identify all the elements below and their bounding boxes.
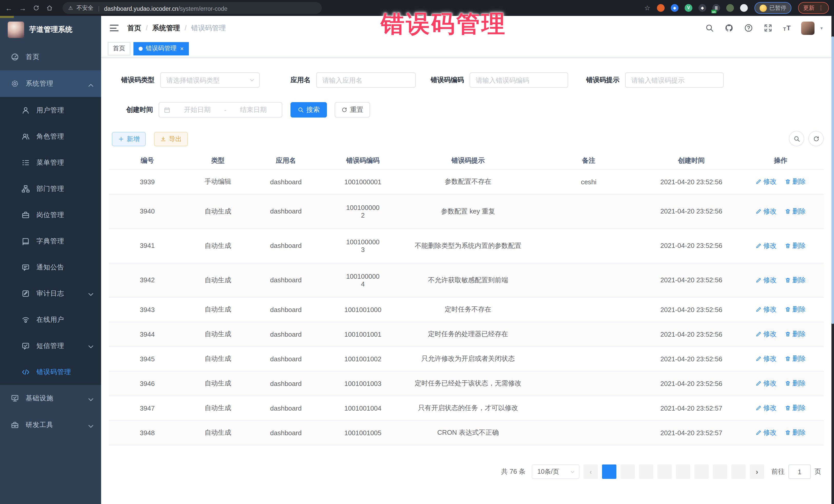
delete-link[interactable]: 删除 (785, 305, 806, 314)
page-button-1[interactable] (602, 464, 616, 479)
tag-home[interactable]: 首页 (108, 42, 130, 55)
home-icon[interactable] (46, 5, 53, 11)
forward-icon[interactable]: → (19, 4, 26, 12)
search-button[interactable]: 搜索 (290, 102, 327, 117)
delete-link[interactable]: 删除 (785, 428, 806, 437)
page-button-4[interactable] (657, 464, 672, 479)
shield-extension-icon[interactable] (657, 4, 665, 12)
address-bar[interactable]: ⚠ 不安全 | dashboard.yudao.iocoder.cn/syste… (63, 2, 322, 14)
edit-link[interactable]: 修改 (755, 428, 776, 437)
goto-page-input[interactable] (788, 464, 811, 479)
breadcrumb-system[interactable]: 系统管理 (152, 23, 180, 32)
kebab-menu-icon[interactable]: ⋮ (818, 5, 824, 11)
edit-link[interactable]: 修改 (755, 403, 776, 413)
edit-link[interactable]: 修改 (755, 379, 776, 388)
cell-code: 100100000 3 (322, 228, 404, 263)
cell-remark (532, 263, 645, 297)
page-button-3[interactable] (639, 464, 653, 479)
browser-update-chip[interactable]: 更新 ⋮ (798, 2, 829, 14)
reset-button[interactable]: 重置 (335, 102, 370, 117)
table-row: 3939 手动编辑 dashboard 1001000001 参数配置不存在 c… (109, 169, 824, 194)
sidebar-item-dev-tools[interactable]: 研发工具 (0, 412, 101, 438)
delete-link[interactable]: 删除 (785, 206, 806, 216)
monkey-extension-icon[interactable] (726, 4, 734, 12)
delete-link[interactable]: 删除 (785, 177, 806, 186)
scrollbar-track[interactable] (831, 16, 834, 504)
edit-link[interactable]: 修改 (755, 177, 776, 186)
github-icon[interactable] (725, 24, 733, 32)
end-date-placeholder: 结束日期 (229, 105, 277, 114)
sidebar-item-system[interactable]: 系统管理 (0, 70, 101, 97)
sidebar-item-notice[interactable]: 通知公告 (0, 254, 101, 280)
scrollbar-thumb[interactable] (831, 37, 834, 324)
sidebar-item-sms-mgmt[interactable]: 短信管理 (0, 333, 101, 359)
collapse-sidebar-icon[interactable] (110, 25, 118, 31)
delete-link[interactable]: 删除 (785, 403, 806, 413)
fullscreen-icon[interactable] (764, 24, 772, 32)
user-avatar[interactable] (802, 21, 815, 35)
tag-error-code[interactable]: 错误码管理 × (133, 42, 189, 55)
browser-profile-chip[interactable]: 已暂停 (754, 2, 791, 14)
cell-type: 自动生成 (186, 228, 250, 263)
close-icon[interactable]: × (180, 45, 184, 51)
edit-link[interactable]: 修改 (755, 354, 776, 364)
error-code-input[interactable] (469, 72, 568, 88)
cell-id: 3945 (109, 346, 186, 371)
delete-link[interactable]: 删除 (785, 241, 806, 250)
delete-link[interactable]: 删除 (785, 379, 806, 388)
cell-time: 2021-04-20 23:52:56 (645, 263, 738, 297)
error-hint-input[interactable] (625, 72, 724, 88)
tiles-extension-icon[interactable]: ◆ (699, 4, 706, 12)
error-type-select[interactable] (160, 72, 260, 88)
back-icon[interactable]: ← (5, 4, 12, 12)
delete-link[interactable]: 删除 (785, 329, 806, 339)
vue-devtools-extension-icon[interactable]: V (685, 4, 692, 12)
more-pages-icon[interactable] (713, 464, 727, 479)
edit-link[interactable]: 修改 (755, 241, 776, 250)
prev-page-button[interactable]: ‹ (584, 464, 598, 479)
edit-link[interactable]: 修改 (755, 305, 776, 314)
edit-link[interactable]: 修改 (755, 206, 776, 216)
delete-link[interactable]: 删除 (785, 354, 806, 364)
page-size-select[interactable]: 10条/页 (532, 464, 579, 479)
export-button[interactable]: 导出 (154, 132, 188, 146)
cell-hint: 定时任务已经处于该状态，无需修改 (404, 371, 532, 396)
app-name-input[interactable] (316, 72, 416, 88)
page-button-5[interactable] (676, 464, 690, 479)
col-remark: 备注 (532, 152, 645, 169)
page-button-2[interactable] (620, 464, 635, 479)
sidebar-item-error-code-mgmt[interactable]: 错误码管理 (0, 359, 101, 385)
delete-link[interactable]: 删除 (785, 275, 806, 285)
sidebar-item-role-mgmt[interactable]: 角色管理 (0, 123, 101, 149)
sidebar-item-online-users[interactable]: 在线用户 (0, 306, 101, 333)
next-page-button[interactable]: › (750, 464, 764, 479)
users-icon (22, 132, 30, 140)
sidebar-item-post-mgmt[interactable]: 岗位管理 (0, 202, 101, 228)
reload-icon[interactable] (33, 5, 40, 11)
puzzle-extension-icon[interactable] (740, 4, 748, 12)
sidebar-item-menu-mgmt[interactable]: 菜单管理 (0, 149, 101, 176)
sidebar-item-dept-mgmt[interactable]: 部门管理 (0, 176, 101, 202)
page-button-8[interactable] (731, 464, 746, 479)
font-size-icon[interactable]: TT (783, 24, 791, 32)
date-range-picker[interactable]: 开始日期 - 结束日期 (159, 102, 282, 117)
breadcrumb-home[interactable]: 首页 (127, 23, 141, 32)
sidebar-item-infrastructure[interactable]: 基础设施 (0, 385, 101, 412)
add-button[interactable]: 新增 (112, 132, 146, 146)
edit-link[interactable]: 修改 (755, 275, 776, 285)
sidebar-item-dict-mgmt[interactable]: 字典管理 (0, 228, 101, 254)
chevron-down-icon[interactable]: ▾ (820, 25, 823, 30)
edit-link[interactable]: 修改 (755, 329, 776, 339)
help-icon[interactable] (744, 24, 753, 32)
proxy-extension-icon[interactable]: ≣on (712, 4, 720, 12)
bookmark-star-icon[interactable]: ☆ (644, 4, 650, 12)
trash-icon (785, 242, 791, 249)
sidebar-item-home[interactable]: 首页 (0, 44, 101, 70)
sidebar-item-user-mgmt[interactable]: 用户管理 (0, 97, 101, 123)
sidebar-item-audit-log[interactable]: 审计日志 (0, 280, 101, 306)
show-search-button[interactable] (789, 131, 804, 146)
page-button-6[interactable] (695, 464, 709, 479)
gem-extension-icon[interactable]: ◆ (671, 4, 679, 12)
refresh-table-button[interactable] (808, 131, 824, 146)
search-icon[interactable] (705, 24, 714, 32)
